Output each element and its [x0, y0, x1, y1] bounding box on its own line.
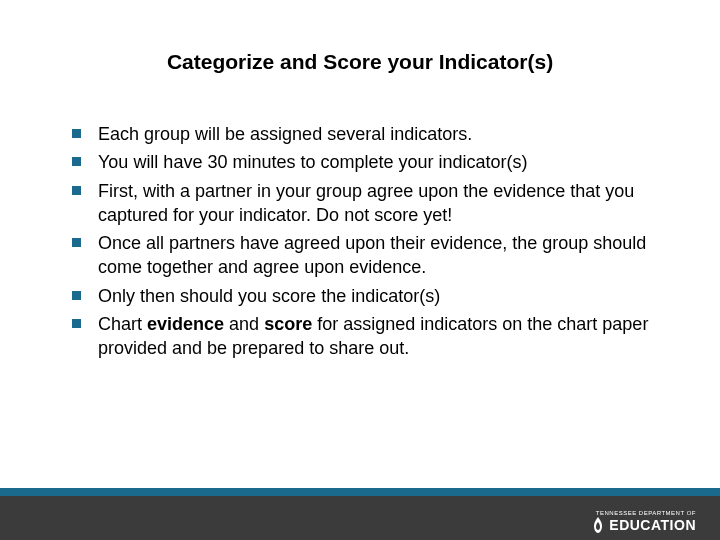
- footer-band: TENNESSEE DEPARTMENT OF EDUCATION: [0, 496, 720, 540]
- footer: TENNESSEE DEPARTMENT OF EDUCATION: [0, 488, 720, 540]
- list-item: Once all partners have agreed upon their…: [70, 231, 660, 280]
- list-item: You will have 30 minutes to complete you…: [70, 150, 660, 174]
- slide: Categorize and Score your Indicator(s) E…: [0, 0, 720, 540]
- footer-accent-bar: [0, 488, 720, 496]
- list-item: First, with a partner in your group agre…: [70, 179, 660, 228]
- text-run: Chart: [98, 314, 147, 334]
- text-bold: evidence: [147, 314, 224, 334]
- slide-title: Categorize and Score your Indicator(s): [60, 50, 660, 74]
- list-item: Each group will be assigned several indi…: [70, 122, 660, 146]
- bullet-list: Each group will be assigned several indi…: [60, 122, 660, 361]
- logo-text: EDUCATION: [609, 518, 696, 532]
- list-item: Chart evidence and score for assigned in…: [70, 312, 660, 361]
- flame-icon: [591, 517, 605, 533]
- footer-logo: TENNESSEE DEPARTMENT OF EDUCATION: [591, 510, 696, 533]
- text-bold: score: [264, 314, 312, 334]
- text-run: and: [224, 314, 264, 334]
- list-item: Only then should you score the indicator…: [70, 284, 660, 308]
- logo-main: EDUCATION: [591, 517, 696, 533]
- logo-topline: TENNESSEE DEPARTMENT OF: [591, 510, 696, 516]
